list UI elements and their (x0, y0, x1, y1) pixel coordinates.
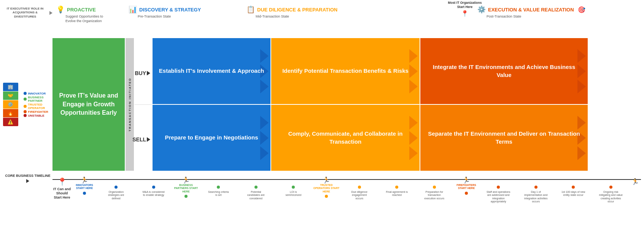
tl-point-ma-considered: M&A is considered to enable strategy (135, 176, 173, 200)
tl-point-due-diligence: Due diligence engagement occurs (341, 176, 378, 200)
dot-trusted-ops (324, 194, 329, 199)
dot-due-diligence (357, 185, 362, 189)
dot-operator (24, 105, 27, 108)
duediligence-title: 📋 DUE DILIGENCE & PREPARATION (246, 5, 337, 14)
chev-icon-3 (260, 80, 269, 93)
milestone-firefighters: 🏃 FIREFIGHTERS START HERE (453, 176, 480, 196)
tl-point-searching: Searching criteria is set (200, 176, 237, 200)
it-start-text: IT Can and Should Start Here (52, 187, 72, 199)
label-final-agreement: Final agreement is reached (385, 191, 408, 197)
tl-point-staff-ops: Staff and operations are addressed and i… (480, 176, 517, 204)
dot-unstable (24, 114, 27, 117)
phase-header-duediligence: 📋 DUE DILIGENCE & PREPARATION Mid-Transa… (243, 2, 391, 21)
cell-sell-discovery: Prepare to Engage in Negotiations (153, 105, 270, 171)
transaction-initiated-label: TRANSACTION INITIATED (128, 78, 132, 131)
timeline-points: 📍 IT Can and Should Start Here 🏃 INNOVAT… (52, 175, 641, 204)
sell-execution-text: Separate the IT Environment and Deliver … (420, 124, 588, 151)
tl-segment-2: Searching criteria is set Potential cand… (200, 176, 312, 200)
legend-row-operator: TRUSTED OPERATOR (24, 103, 52, 110)
tl-point-preparation: Preparation for transaction execution oc… (416, 176, 453, 200)
stack-operator: ⚙️ (3, 100, 18, 109)
runner-icon-2: 🏃 (182, 176, 190, 184)
timeline-arrow-icon (26, 179, 29, 183)
it-exec-text: IT EXECUTIVES' ROLE IN ACQUISITIONS & DI… (3, 7, 47, 19)
label-first100: 1st 100 days of new entity state occur (561, 191, 586, 197)
legend-row-unstable: UNSTABLE (24, 114, 52, 117)
dot-loi (291, 185, 296, 189)
target-icon: 🎯 (578, 6, 585, 13)
buy-execution-text: Integrate the IT Environments and Achiev… (420, 58, 588, 85)
label-innovator: INNOVATOR (28, 92, 46, 95)
timeline-left-label: CORE BUSINESS TIMELINE (3, 171, 52, 183)
stack-firefighter: 🔥 (3, 109, 18, 117)
innovators-label: INNOVATORS START HERE (72, 184, 97, 190)
person-icon-3: ⚙️ (8, 102, 13, 107)
legend-labels: INNOVATOR BUSINESS PARTNER TRUSTED OPERA… (24, 92, 52, 117)
tl-point-org-strategies: Organization strategies are defined (97, 176, 135, 200)
execution-title: ⚙️ EXECUTION & VALUE REALIZATION 🎯 (477, 5, 585, 14)
dot-staff-ops (496, 185, 501, 189)
label-operator: TRUSTED OPERATOR (28, 103, 52, 110)
proactive-subtitle: Suggest Opportunities toEvolve the Organ… (65, 14, 103, 23)
tl-segment-3: Due diligence engagement occurs Final ag… (341, 176, 453, 200)
content-area: 🏢 🤝 ⚙️ 🔥 ⚠️ (0, 38, 644, 171)
legend-row-partner: BUSINESS PARTNER (24, 96, 52, 103)
tl-point-loi: LOI is sent/received (275, 176, 312, 200)
duediligence-subtitle: Mid-Transaction State (256, 14, 289, 18)
runner-icon-end: 🏃 (631, 178, 639, 185)
phase-header-proactive: 💡 PROACTIVE Suggest Opportunities toEvol… (52, 2, 125, 26)
green-column-text: Prove IT's Value and Engage in Growth Op… (56, 91, 121, 117)
label-candidates: Potential candidates are considered (245, 191, 267, 200)
it-start-group: 📍 IT Can and Should Start Here (52, 176, 72, 199)
label-preparation: Preparation for transaction execution oc… (423, 191, 446, 200)
timeline-row: CORE BUSINESS TIMELINE 📍 IT Can and Shou… (0, 171, 644, 226)
chev-icon-1 (260, 49, 269, 63)
tl-point-first100: 1st 100 days of new entity state occur (555, 176, 592, 204)
label-partner: BUSINESS PARTNER (28, 96, 52, 103)
core-biz-label: CORE BUSINESS TIMELINE (5, 174, 50, 178)
dot-candidates (254, 185, 258, 189)
tl-point-final-agreement: Final agreement is reached (378, 176, 416, 200)
left-legend: 🏢 🤝 ⚙️ 🔥 ⚠️ (3, 38, 52, 171)
dot-ma-considered (151, 185, 156, 189)
runner-icon-4: 🏃 (463, 176, 470, 184)
dot-preparation (432, 185, 437, 189)
milestone-biz-partners: 🏃 BUSINESS PARTNERS START HERE (172, 176, 200, 199)
person-icon-2: 🤝 (8, 93, 13, 98)
dot-innovator (24, 92, 27, 95)
label-org-strategies: Organization strategies are defined (105, 191, 127, 200)
label-day1: Day 1 of implementation and integration … (523, 191, 548, 204)
dot-innovators (82, 191, 87, 196)
dot-partner (24, 98, 27, 101)
pin-icon: 📍 (444, 10, 486, 18)
person-icon-5: ⚠️ (8, 119, 13, 125)
cell-sell-execution: Separate the IT Environment and Deliver … (420, 105, 588, 171)
runner-icon-1: 🏃 (81, 176, 88, 184)
milestone-innovators: 🏃 INNOVATORS START HERE (72, 176, 97, 196)
firefighters-label: FIREFIGHTERS START HERE (453, 184, 480, 190)
tl-point-candidates: Potential candidates are considered (237, 176, 275, 200)
label-staff-ops: Staff and operations are addressed and i… (486, 191, 511, 204)
it-exec-arrow-icon (49, 11, 52, 15)
dot-firefighter (24, 110, 27, 113)
clipboard-icon: 📋 (246, 5, 255, 14)
chev-icon-7 (409, 49, 418, 63)
buy-sell-col: BUY SELL (135, 38, 152, 171)
label-unstable: UNSTABLE (28, 114, 45, 117)
execution-col: Integrate the IT Environments and Achiev… (420, 38, 588, 171)
discovery-title: 📊 DISCOVERY & STRATEGY (129, 5, 201, 14)
sell-arrow-icon (147, 137, 150, 142)
buy-discovery-text: Establish IT's Involvement & Approach (153, 61, 270, 80)
dot-org-strategies (114, 185, 118, 189)
sell-text: SELL (132, 136, 146, 143)
cell-sell-duediligence: Comply, Communicate, and Collaborate in … (271, 105, 420, 171)
person-icon-1: 🏢 (8, 84, 13, 90)
chev-icon-4 (260, 116, 269, 130)
chev-icon-6 (260, 146, 269, 160)
legend-row-firefighter: FIREFIGHTER (24, 110, 52, 114)
buy-arrow-icon (147, 71, 150, 75)
legend-row-innovator: INNOVATOR (24, 92, 52, 95)
tl-segment-1: Organization strategies are defined M&A … (97, 176, 172, 200)
execution-subtitle: Post-Transaction State (487, 14, 521, 18)
stack-partner: 🤝 (3, 91, 18, 100)
